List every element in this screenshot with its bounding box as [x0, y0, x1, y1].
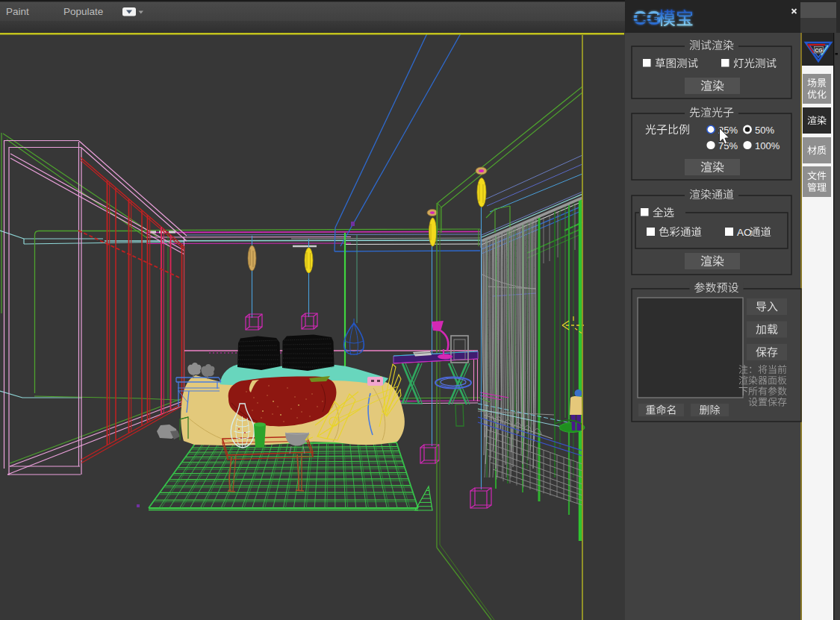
svg-text:100%: 100%: [755, 140, 780, 151]
svg-text:75%: 75%: [718, 140, 738, 151]
svg-text:Populate: Populate: [63, 6, 103, 17]
svg-text:AO: AO: [737, 227, 752, 238]
svg-text:CG: CG: [815, 48, 823, 53]
svg-text:50%: 50%: [755, 125, 774, 136]
svg-text:Paint: Paint: [6, 6, 29, 17]
